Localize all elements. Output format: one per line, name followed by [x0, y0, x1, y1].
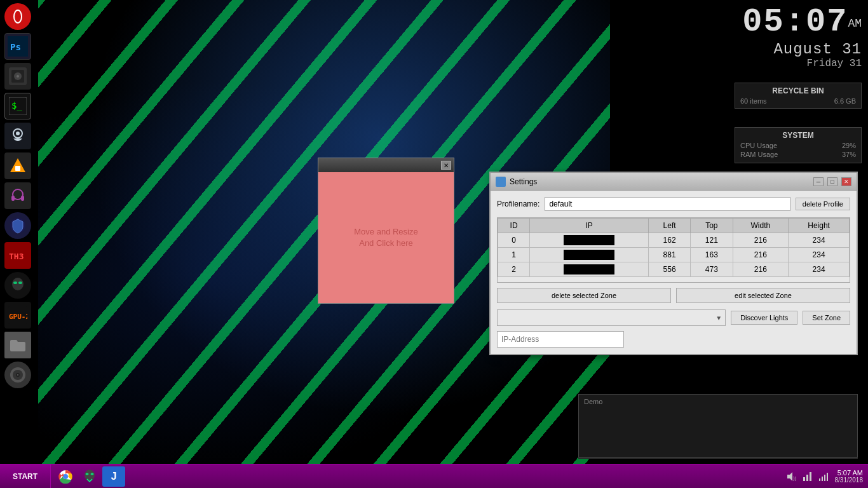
- cell-top: 473: [691, 262, 733, 277]
- photoshop-icon[interactable]: Ps: [4, 33, 31, 60]
- ip-address-input[interactable]: [497, 331, 624, 348]
- taskbar-j-icon[interactable]: J: [102, 466, 125, 487]
- col-id: ID: [498, 219, 530, 233]
- zone-action-buttons: delete selected Zone edit selected Zone: [497, 288, 850, 303]
- zone-table-body: 0 162 121 216 234 1 881 163 216 234 2 55…: [498, 233, 850, 277]
- recycle-bin-info: 60 items 6.6 GB: [740, 97, 856, 105]
- terminal-icon[interactable]: $_: [4, 93, 31, 119]
- col-height: Height: [789, 219, 850, 233]
- th3-icon[interactable]: TH3: [4, 242, 31, 269]
- cell-height: 234: [789, 233, 850, 248]
- svg-point-23: [18, 281, 22, 284]
- settings-titlebar: Settings ─ □ ✕: [491, 173, 857, 191]
- svg-rect-42: [824, 475, 825, 481]
- light-dropdown-wrapper: ▼: [497, 309, 726, 326]
- demo-panel: Demo: [578, 394, 858, 458]
- svg-point-0: [10, 9, 25, 24]
- set-zone-button[interactable]: Set Zone: [803, 311, 850, 325]
- audio-icon[interactable]: [4, 63, 31, 90]
- svg-point-33: [86, 473, 89, 475]
- cd-icon[interactable]: [4, 362, 31, 388]
- col-ip: IP: [530, 219, 649, 233]
- table-row[interactable]: 0 162 121 216 234: [498, 233, 850, 248]
- svg-rect-17: [21, 196, 24, 201]
- ram-value: 37%: [842, 151, 856, 158]
- table-row[interactable]: 2 556 473 216 234: [498, 262, 850, 277]
- clock-widget: 05:07AM August 31 Friday 31: [742, 3, 862, 69]
- minimize-button[interactable]: ─: [813, 177, 824, 186]
- col-width: Width: [733, 219, 789, 233]
- ram-label: RAM Usage: [740, 151, 778, 158]
- svg-text:TH3: TH3: [9, 252, 24, 261]
- light-dropdown[interactable]: [497, 309, 726, 326]
- profile-name-input[interactable]: [545, 197, 790, 211]
- signal-icon: [818, 471, 830, 482]
- settings-body: Profilename: delete Profile ID IP Left T…: [491, 191, 857, 354]
- taskbar-time: 5:07 AM: [835, 469, 864, 477]
- start-button[interactable]: START: [0, 464, 51, 488]
- svg-text:Ps: Ps: [10, 42, 21, 52]
- headphones-icon[interactable]: [4, 182, 31, 209]
- folder-icon[interactable]: [4, 332, 31, 358]
- vlc-icon[interactable]: [4, 152, 31, 179]
- svg-point-7: [17, 75, 19, 78]
- taskbar-clock[interactable]: 5:07 AM 8/31/2018: [835, 469, 864, 484]
- svg-point-29: [17, 374, 18, 376]
- taskbar-alienware-icon[interactable]: [78, 466, 101, 487]
- gpuz-icon[interactable]: GPU-Z: [4, 302, 31, 329]
- close-button[interactable]: ✕: [841, 177, 851, 186]
- svg-point-12: [16, 132, 20, 135]
- cell-width: 216: [733, 233, 789, 248]
- svg-point-32: [85, 470, 95, 481]
- float-window[interactable]: ✕ Move and ResizeAnd Click here: [318, 158, 454, 304]
- shield-icon[interactable]: [4, 212, 31, 239]
- taskbar-running-apps: J: [51, 466, 128, 487]
- settings-dialog: Settings ─ □ ✕ Profilename: delete Profi…: [489, 172, 858, 355]
- svg-point-21: [12, 278, 24, 290]
- cpu-row: CPU Usage 29%: [740, 142, 856, 149]
- table-row[interactable]: 1 881 163 216 234: [498, 248, 850, 262]
- cell-id: 2: [498, 262, 530, 277]
- network-icon[interactable]: [802, 471, 813, 482]
- discover-row: ▼ Discover Lights Set Zone: [497, 309, 850, 326]
- delete-profile-button[interactable]: delete Profile: [796, 198, 850, 210]
- taskbar-chrome-icon[interactable]: [54, 466, 77, 487]
- cell-left: 556: [648, 262, 690, 277]
- svg-rect-37: [803, 477, 805, 481]
- cell-top: 163: [691, 248, 733, 262]
- cell-ip: [530, 233, 649, 248]
- svg-rect-16: [11, 196, 15, 201]
- svg-text:)): )): [793, 475, 797, 481]
- profile-row: Profilename: delete Profile: [497, 197, 850, 211]
- delete-zone-button[interactable]: delete selected Zone: [497, 288, 671, 303]
- svg-text:GPU-Z: GPU-Z: [9, 313, 27, 321]
- svg-marker-35: [787, 472, 792, 481]
- cell-left: 162: [648, 233, 690, 248]
- zone-table-header: ID IP Left Top Width Height: [498, 219, 850, 233]
- float-body[interactable]: Move and ResizeAnd Click here: [318, 172, 454, 303]
- svg-rect-43: [827, 473, 828, 481]
- volume-icon[interactable]: )): [785, 471, 797, 482]
- recycle-bin-title: RECYCLE BIN: [740, 86, 856, 95]
- discover-lights-button[interactable]: Discover Lights: [731, 311, 797, 325]
- clock-date-display: August 31: [742, 41, 862, 58]
- svg-rect-41: [822, 477, 823, 481]
- zone-table-container[interactable]: ID IP Left Top Width Height 0 162 121 21…: [497, 217, 850, 283]
- clock-time-display: 05:07AM: [742, 3, 862, 41]
- cell-ip: [530, 262, 649, 277]
- maximize-button[interactable]: □: [827, 177, 837, 186]
- steam-icon[interactable]: [4, 123, 31, 149]
- cell-ip: [530, 248, 649, 262]
- recycle-item-count: 60 items: [740, 97, 767, 105]
- col-top: Top: [691, 219, 733, 233]
- system-widget: SYSTEM CPU Usage 29% RAM Usage 37%: [735, 127, 862, 163]
- ram-row: RAM Usage 37%: [740, 151, 856, 158]
- col-left: Left: [648, 219, 690, 233]
- recycle-bin-widget: RECYCLE BIN 60 items 6.6 GB: [735, 83, 862, 109]
- float-close-button[interactable]: ✕: [441, 161, 451, 170]
- cell-height: 234: [789, 262, 850, 277]
- clock-day-display: Friday 31: [742, 58, 862, 69]
- alien-icon[interactable]: [4, 272, 31, 299]
- opera-icon[interactable]: [4, 3, 31, 30]
- edit-zone-button[interactable]: edit selected Zone: [676, 288, 850, 303]
